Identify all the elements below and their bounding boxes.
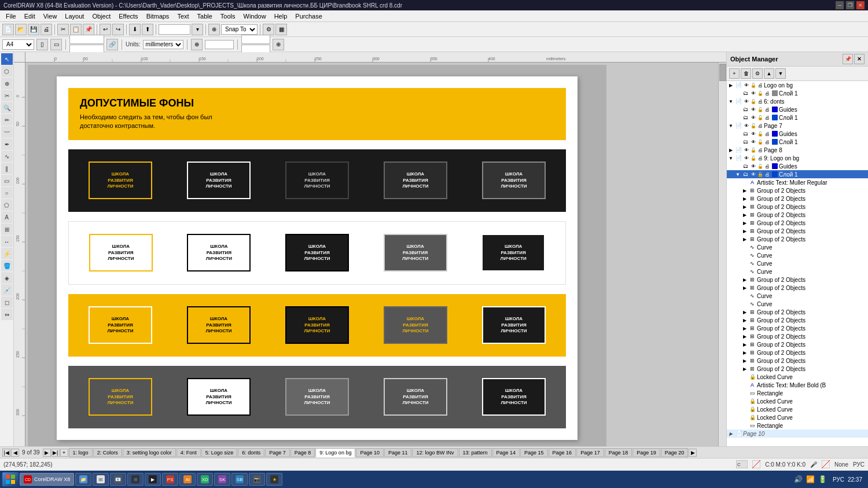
units-select[interactable]: millimeters [143,40,183,49]
eyedropper-tool[interactable]: 💉 [1,284,13,296]
visibility-icon[interactable]: 👁 [750,171,757,178]
taskbar-app-6[interactable]: ▶ [145,473,161,486]
om-move-up[interactable]: ▲ [764,68,774,79]
tree-locked-curve-1[interactable]: 🔒 Locked Curve [727,373,868,381]
interactive-connector-tool[interactable]: ⚡ [1,248,13,259]
print-icon[interactable]: 🖨 [757,98,764,105]
lock-icon[interactable]: 🔓 [757,171,764,178]
fill-tool[interactable]: 🪣 [1,260,13,271]
canvas-area[interactable]: 0 50 100 150 200 250 300 350 400 millime… [14,52,726,446]
tree-group-2[interactable]: ▶ ⊞ Group of 2 Objects [727,195,868,203]
zoom-dropdown[interactable]: ▾ [192,24,203,35]
tree-expand-icon[interactable]: ▼ [735,171,741,177]
import-button[interactable]: ⬇ [129,24,141,35]
tree-expand-icon[interactable]: ▼ [728,98,734,104]
nudge-x-input[interactable]: 2,0 mm [205,40,234,49]
tree-expand-icon[interactable]: ▶ [742,350,748,355]
tree-curve-5[interactable]: ∿ Curve [727,292,868,300]
options-button[interactable]: ⚙ [263,24,274,35]
freehand-tool[interactable]: ✏ [1,114,13,126]
page-tabs-scroll-right[interactable]: ▶ [689,449,697,457]
pen-tool[interactable]: ✒ [1,138,13,150]
lock-icon[interactable]: 🔓 [757,114,764,121]
tab-1-logo[interactable]: 1: logo [69,448,93,457]
menu-help[interactable]: Help [271,12,291,21]
om-layer-settings[interactable]: ⚙ [752,68,763,79]
visibility-icon[interactable]: 👁 [750,163,757,170]
tree-group-17[interactable]: ▶ ⊞ Group of 2 Objects [727,365,868,373]
tree-expand-icon[interactable]: ▶ [742,277,748,282]
menu-object[interactable]: Object [89,12,114,21]
visibility-icon[interactable]: 👁 [743,122,750,129]
tab-page8[interactable]: Page 8 [290,448,315,457]
tree-curve-3[interactable]: ∿ Curve [727,259,868,267]
taskbar-app-8[interactable]: AI [179,473,196,486]
polygon-tool[interactable]: ⬠ [1,199,13,211]
paste-button[interactable]: 📌 [83,24,94,35]
om-new-layer[interactable]: + [729,68,740,79]
tree-expand-icon[interactable]: ▶ [742,196,748,201]
tab-page19[interactable]: Page 19 [632,448,660,457]
tree-expand-icon[interactable]: ▶ [728,431,734,436]
tab-page10[interactable]: Page 10 [356,448,384,457]
taskbar-app-2[interactable]: 📁 [75,473,91,486]
tree-expand-icon[interactable]: ▶ [728,82,734,88]
tree-group-1[interactable]: ▶ ⊞ Group of 2 Objects [727,186,868,195]
tree-group-3[interactable]: ▶ ⊞ Group of 2 Objects [727,203,868,211]
taskbar-app-5[interactable]: ⊞ [127,473,144,486]
dimension-tool[interactable]: ↔ [1,236,13,247]
lock-icon[interactable]: 🔓 [750,82,757,89]
print-icon[interactable]: 🖨 [764,163,771,170]
tree-guides-6[interactable]: 🗂 👁 🔓 🖨 Guides [727,105,868,113]
lock-icon[interactable]: 🔓 [750,146,757,153]
menu-table[interactable]: Table [194,12,216,21]
visibility-icon[interactable]: 👁 [750,114,757,121]
print-icon[interactable]: 🖨 [757,82,764,89]
tree-expand-icon[interactable]: ▶ [742,188,748,193]
tab-3-setting[interactable]: 3: setting logo color [123,448,176,457]
lock-icon[interactable]: 🔓 [750,155,757,162]
tab-page11[interactable]: Page 11 [384,448,412,457]
tree-group-7[interactable]: ▶ ⊞ Group of 2 Objects [727,235,868,243]
tab-page20[interactable]: Page 20 [661,448,689,457]
snap-to-btn[interactable]: ⊕ [208,24,220,35]
snap-to-dropdown[interactable]: Snap To [221,24,258,35]
visibility-icon[interactable]: 👁 [743,98,750,105]
menu-file[interactable]: File [2,12,20,21]
tree-curve-2[interactable]: ∿ Curve [727,251,868,259]
tree-expand-icon[interactable]: ▶ [742,212,748,218]
portrait-button[interactable]: ▯ [36,39,48,50]
tree-expand-icon[interactable]: ▶ [742,309,748,315]
smart-fill-tool[interactable]: ◈ [1,272,13,284]
tree-expand-icon[interactable]: ▶ [742,333,748,339]
lock-icon[interactable]: 🔓 [750,122,757,129]
tree-expand-icon[interactable]: ▼ [728,155,734,161]
visibility-icon[interactable]: 👁 [743,82,750,89]
taskbar-app-11[interactable]: SB [231,473,248,486]
zoom-tool[interactable]: 🔍 [1,102,13,113]
print-icon[interactable]: 🖨 [764,114,771,121]
tab-page15[interactable]: Page 15 [520,448,548,457]
tree-locked-curve-2[interactable]: 🔒 Locked Curve [727,397,868,405]
print-button[interactable]: 🖨 [41,24,52,35]
tab-5-logo-size[interactable]: 5: Logo size [201,448,238,457]
tree-expand-icon[interactable]: ▶ [742,342,748,347]
crosshair-button[interactable]: ⊕ [273,39,284,50]
tree-layer-9[interactable]: ▼ 🗂 👁 🔓 🖨 Слой 1 [727,170,868,178]
tree-page-7[interactable]: ▼ 📄 👁 🔓 🖨 Page 7 [727,122,868,130]
nudge-x2-input[interactable]: 5,0 mm [241,35,270,44]
undo-button[interactable]: ↩ [100,24,111,35]
tree-expand-icon[interactable]: ▶ [742,236,748,242]
tree-layer-slot1[interactable]: 🗂 👁 🔓 🖨 Слой 1 [727,89,868,97]
lock-icon[interactable]: 🔓 [757,138,764,145]
save-button[interactable]: 💾 [28,24,39,35]
tree-expand-icon[interactable]: ▶ [742,228,748,234]
visibility-icon[interactable]: 👁 [750,130,757,137]
snapping-icon[interactable]: ⊕ [191,39,203,50]
print-icon[interactable]: 🖨 [757,155,764,162]
om-close-button[interactable]: ✕ [854,54,865,64]
tree-group-9[interactable]: ▶ ⊞ Group of 2 Objects [727,284,868,292]
menu-edit[interactable]: Edit [21,12,39,21]
page-size-lock[interactable]: 🔗 [106,39,118,50]
lock-icon[interactable]: 🔓 [757,163,764,170]
